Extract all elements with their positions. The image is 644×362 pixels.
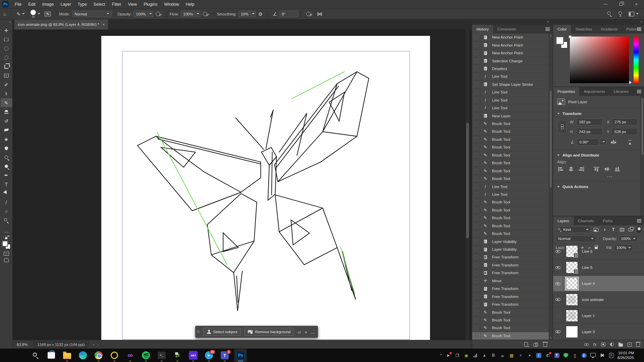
history-snapshot-cell[interactable]	[472, 246, 481, 253]
brush-picker-caret[interactable]	[38, 13, 40, 16]
history-snapshot-cell[interactable]	[472, 230, 481, 237]
taskbar-grip-icon[interactable]: ⠿	[197, 329, 199, 335]
layer-visibility-toggle[interactable]	[553, 244, 563, 259]
history-state[interactable]: Free Transform	[472, 261, 552, 269]
taskbar-photoshop[interactable]: Ps	[234, 349, 247, 362]
history-snapshot-cell[interactable]	[472, 152, 481, 159]
history-snapshot-cell[interactable]	[472, 324, 481, 331]
history-scrollbar[interactable]: ∧∨	[549, 34, 552, 340]
taskbar-terminal[interactable]: >_	[155, 349, 168, 362]
document-close-icon[interactable]: ×	[102, 22, 104, 26]
zoom-tool[interactable]	[1, 216, 12, 225]
taskbar-vpn-lock[interactable]: ⇄	[171, 349, 184, 362]
history-state[interactable]: Free Transform	[472, 253, 552, 261]
foreground-swatch[interactable]	[556, 37, 564, 44]
flow-caret[interactable]	[196, 11, 201, 17]
opacity-caret[interactable]	[148, 11, 153, 17]
history-state[interactable]: New Anchor Point	[472, 41, 552, 49]
width-field[interactable]: 182 px	[576, 118, 602, 125]
opacity-value[interactable]: 100%	[133, 11, 148, 17]
status-arrow-icon[interactable]: ›	[93, 343, 94, 347]
align-center-horizontal-icon[interactable]	[568, 167, 574, 172]
line-tool[interactable]: /	[1, 198, 12, 207]
layer-thumbnail[interactable]	[566, 245, 578, 257]
brush-preset-icon[interactable]: ✎	[16, 11, 25, 17]
taskbar-spotify[interactable]	[140, 349, 152, 362]
menu-file[interactable]: File	[11, 0, 25, 8]
layer-row[interactable]: Line 6	[553, 244, 644, 260]
dodge-tool[interactable]	[1, 153, 12, 162]
history-snapshot-cell[interactable]	[472, 159, 481, 167]
height-field[interactable]: 243 px	[576, 128, 602, 135]
tab-history[interactable]: History	[472, 25, 493, 34]
taskbar-clock[interactable]: 10:01 PM 8/26/2025	[618, 351, 639, 360]
layer-thumbnail[interactable]	[566, 294, 578, 306]
gradient-tool[interactable]: ◈	[1, 134, 12, 143]
layer-name[interactable]: Layer 4	[582, 282, 595, 286]
x-field[interactable]: 275 px	[612, 118, 638, 125]
taskbar-chrome[interactable]	[92, 349, 105, 362]
tab-layers[interactable]: Layers	[553, 217, 574, 225]
power-tray-icon[interactable]: ↥	[609, 353, 613, 358]
airbrush-icon[interactable]: ✐	[203, 11, 209, 17]
path-selection-tool[interactable]	[1, 189, 12, 198]
align-center-vertical-icon[interactable]	[604, 167, 610, 172]
hue-slider-arrow[interactable]	[629, 81, 633, 84]
taskbar-visual-studio[interactable]: ∞	[124, 349, 137, 362]
screen-mode-icon[interactable]	[4, 258, 9, 262]
more-tools-ellipsis[interactable]: …	[1, 226, 12, 235]
history-state[interactable]: ✎Brush Tool	[472, 332, 552, 340]
layer-visibility-toggle[interactable]	[553, 260, 563, 276]
adjustments-icon[interactable]: ◑	[304, 329, 307, 335]
type-tool[interactable]: T	[1, 180, 12, 189]
layer-visibility-toggle[interactable]	[553, 308, 563, 323]
history-state[interactable]: /Line Tool	[472, 104, 552, 112]
align-left-icon[interactable]	[558, 167, 564, 172]
vertical-scrollbar[interactable]	[465, 29, 470, 340]
minimize-button[interactable]	[598, 0, 613, 8]
delete-state-icon[interactable]	[543, 343, 547, 347]
saturation-brightness-field[interactable]	[570, 37, 629, 83]
history-state[interactable]: Free Transform	[472, 301, 552, 308]
history-state[interactable]: ✎Brush Tool	[472, 222, 552, 230]
filter-pixel-layers-icon[interactable]	[594, 228, 598, 232]
close-button[interactable]: ×	[629, 0, 644, 8]
layer-name[interactable]: icon animate	[582, 298, 604, 302]
history-snapshot-cell[interactable]	[472, 261, 481, 269]
object-selection-tool[interactable]	[1, 44, 12, 53]
more-options-icon[interactable]: …	[310, 329, 315, 335]
quick-mask-icon[interactable]	[4, 252, 9, 256]
brush-size-preview[interactable]: 30	[31, 10, 36, 18]
layer-row[interactable]: Layer 3	[553, 324, 644, 340]
tray-bitdefender[interactable]: B	[491, 353, 496, 358]
toolbar-collapse-icon[interactable]: »	[9, 20, 10, 24]
taskbar-file-explorer[interactable]	[61, 349, 73, 362]
menu-select[interactable]: Select	[90, 0, 109, 8]
vertical-scroll-thumb[interactable]	[466, 123, 469, 238]
rectangular-marquee-tool[interactable]	[1, 35, 12, 44]
align-top-icon[interactable]	[594, 167, 599, 172]
menu-window[interactable]: Window	[161, 0, 182, 8]
search-icon[interactable]	[607, 11, 612, 16]
constrain-proportions-icon[interactable]	[558, 120, 567, 133]
history-state[interactable]: /Line Tool	[472, 183, 552, 190]
tab-swatches[interactable]: Swatches	[571, 25, 596, 34]
new-document-from-state-icon[interactable]	[524, 342, 528, 347]
history-snapshot-cell[interactable]	[472, 222, 481, 230]
clone-stamp-tool[interactable]	[1, 107, 12, 116]
taskbar-opera[interactable]	[108, 349, 121, 362]
history-state[interactable]: New Layer	[472, 112, 552, 120]
history-state[interactable]: Free Transform	[472, 269, 552, 277]
history-state[interactable]: /Line Tool	[472, 73, 552, 80]
mode-select[interactable]: Normal	[72, 11, 112, 17]
new-snapshot-icon[interactable]	[533, 343, 538, 347]
history-state[interactable]: New Anchor Point	[472, 49, 552, 57]
history-snapshot-cell[interactable]	[472, 97, 481, 104]
history-menu-icon[interactable]	[545, 29, 550, 29]
layer-effects-icon[interactable]: fx	[593, 342, 596, 347]
hue-ramp[interactable]	[634, 37, 639, 83]
tab-libraries[interactable]: Libraries	[609, 87, 633, 96]
document-tab[interactable]: icon animate.png @ 83.8% (Layer 4, RGB/8…	[14, 19, 108, 29]
history-snapshot-cell[interactable]	[472, 136, 481, 143]
tab-color[interactable]: Color	[553, 25, 571, 34]
